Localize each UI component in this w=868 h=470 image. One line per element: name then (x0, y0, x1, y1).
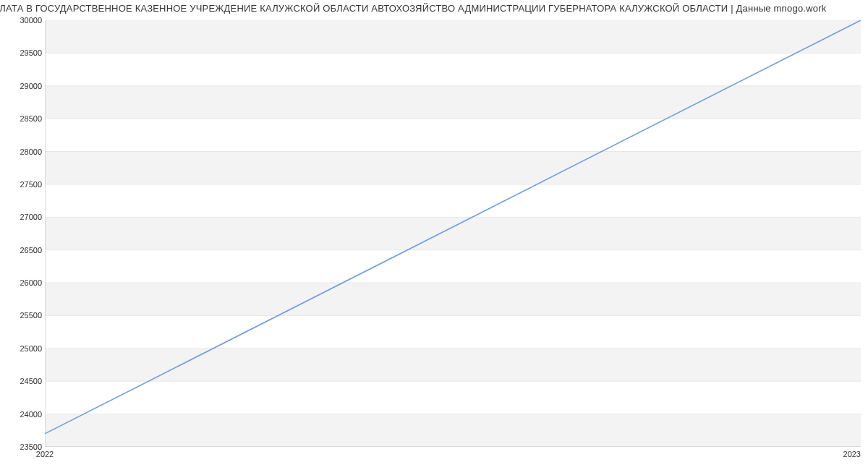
chart-title: ЗАРПЛАТА В ГОСУДАРСТВЕННОЕ КАЗЕННОЕ УЧРЕ… (0, 3, 842, 14)
svg-rect-3 (45, 217, 861, 249)
ytick-label: 27500 (3, 180, 42, 189)
xtick-label: 2022 (36, 450, 54, 458)
ytick-label: 24500 (3, 377, 42, 385)
ytick-label: 26000 (3, 278, 42, 287)
ytick-label: 24000 (3, 410, 42, 419)
ytick-label: 28000 (3, 148, 42, 156)
xtick-label: 2023 (843, 450, 861, 458)
svg-rect-2 (45, 152, 861, 184)
svg-rect-0 (45, 20, 861, 53)
ytick-label: 26500 (3, 246, 42, 255)
ytick-label: 30000 (3, 16, 42, 25)
plot-area (45, 20, 861, 447)
ytick-label: 29000 (3, 82, 42, 90)
grid-bands (45, 20, 861, 447)
ytick-label: 29500 (3, 48, 42, 57)
ytick-label: 27000 (3, 213, 42, 221)
ytick-label: 25000 (3, 344, 42, 353)
ytick-label: 28500 (3, 114, 42, 123)
chart-svg (45, 20, 861, 447)
svg-rect-5 (45, 349, 861, 381)
svg-rect-1 (45, 86, 861, 119)
svg-rect-6 (45, 414, 861, 447)
svg-rect-4 (45, 283, 861, 315)
ytick-label: 25500 (3, 311, 42, 320)
